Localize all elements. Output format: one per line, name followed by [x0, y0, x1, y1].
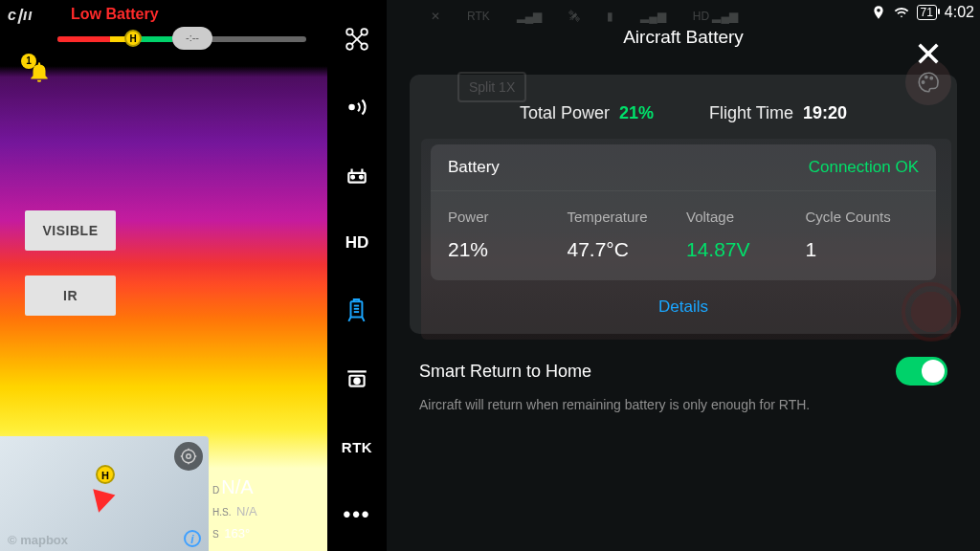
svg-point-12 — [348, 104, 355, 111]
camera-preview: cǀıı Low Battery H -:-- 1 VISIBLE IR H ©… — [0, 0, 327, 551]
svg-point-0 — [182, 450, 195, 463]
visible-mode-button[interactable]: VISIBLE — [25, 210, 116, 251]
battery-summary: Total Power 21% Flight Time 19:20 — [431, 90, 936, 144]
battery-slider-pill[interactable]: -:-- — [172, 27, 212, 50]
battery-bar: H -:-- — [57, 36, 306, 42]
map-info-icon[interactable]: i — [184, 530, 201, 547]
aircraft-arrow-icon — [88, 489, 116, 515]
flight-time-value: 19:20 — [803, 103, 847, 122]
voltage-label: Voltage — [686, 209, 800, 225]
settings-sidenav: HD RTK ••• — [327, 0, 387, 551]
svg-point-24 — [354, 378, 359, 383]
details-link[interactable]: Details — [658, 298, 708, 316]
nav-rtk[interactable]: RTK — [327, 430, 387, 463]
low-battery-warning: Low Battery — [71, 6, 159, 23]
dji-logo: cǀıı — [8, 6, 33, 24]
status-clock: 4:02 — [945, 4, 974, 21]
cycle-counts-value: 1 — [806, 238, 920, 261]
minimap[interactable]: H © mapbox i — [0, 436, 209, 551]
compass-icon[interactable] — [174, 442, 203, 471]
wifi-icon — [894, 5, 909, 20]
temperature-value: 47.7°C — [568, 238, 681, 261]
nav-camera-icon[interactable] — [327, 363, 387, 395]
location-icon — [871, 5, 886, 20]
close-button[interactable] — [915, 40, 942, 71]
smart-rth-description: Aircraft will return when remaining batt… — [410, 391, 957, 412]
status-bar: 71 4:02 — [871, 4, 975, 21]
close-icon — [915, 40, 942, 67]
home-marker: H — [124, 30, 142, 47]
svg-point-1 — [187, 454, 191, 459]
flight-time-label: Flight Time — [709, 103, 793, 122]
svg-point-14 — [351, 176, 354, 179]
connection-status: Connection OK — [809, 158, 919, 177]
map-credit: © mapbox — [8, 533, 68, 547]
status-battery: 71 — [917, 5, 937, 20]
nav-aircraft-icon[interactable] — [327, 23, 387, 55]
total-power-label: Total Power — [520, 103, 610, 122]
svg-point-15 — [360, 176, 363, 179]
alerts-badge: 1 — [21, 54, 36, 69]
telemetry-readout: DN/A H.S. N/A S 163° — [212, 476, 257, 545]
nav-more-icon[interactable]: ••• — [327, 498, 387, 531]
nav-sensor-icon[interactable] — [327, 91, 387, 123]
minimap-home-marker: H — [96, 465, 115, 484]
battery-card: Total Power 21% Flight Time 19:20 Batter… — [410, 75, 957, 334]
battery-heading: Battery — [448, 158, 500, 177]
battery-panel: Aircraft Battery Total Power 21% Flight … — [387, 0, 980, 551]
alerts-bell[interactable]: 1 — [27, 59, 52, 88]
power-value: 21% — [448, 238, 562, 261]
nav-battery-icon[interactable] — [327, 295, 387, 327]
battery-details-card: Battery Connection OK Power 21% Temperat… — [431, 144, 936, 280]
voltage-value: 14.87V — [686, 238, 800, 261]
nav-hd[interactable]: HD — [327, 227, 387, 259]
total-power-value: 21% — [619, 103, 654, 122]
ir-mode-button[interactable]: IR — [25, 276, 116, 316]
temperature-label: Temperature — [568, 209, 681, 225]
nav-rc-icon[interactable] — [327, 159, 387, 191]
smart-rth-title: Smart Return to Home — [419, 362, 591, 382]
cycle-counts-label: Cycle Counts — [806, 209, 920, 225]
power-label: Power — [448, 209, 562, 225]
smart-rth-toggle[interactable] — [896, 357, 947, 386]
